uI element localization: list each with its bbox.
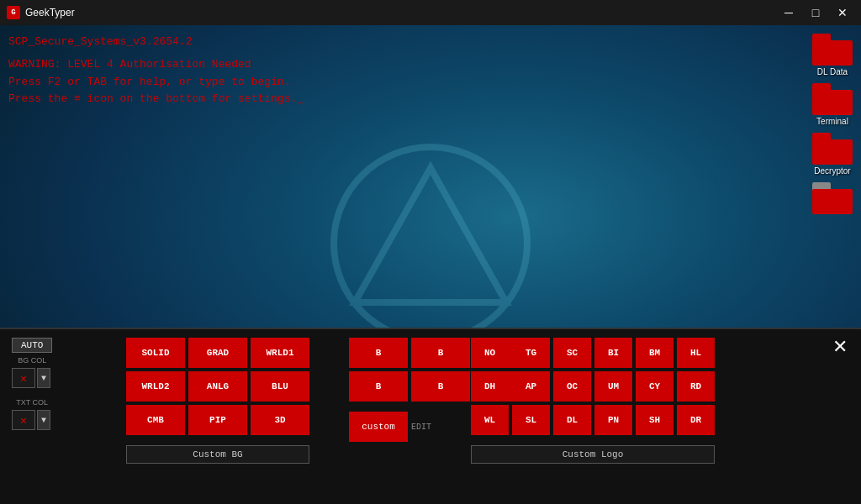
- b-btn-1-1[interactable]: B: [349, 338, 408, 368]
- extra-no[interactable]: NO: [471, 338, 509, 368]
- extra-pn[interactable]: PN: [594, 405, 632, 435]
- desktop-icon-terminal[interactable]: Terminal: [812, 83, 853, 126]
- desktop-icon-partial[interactable]: [812, 182, 853, 214]
- svg-marker-1: [355, 168, 506, 302]
- minimize-button[interactable]: ─: [777, 4, 800, 21]
- terminal-output: SCP_Secure_Systems_v3.2654.2 WARNING: LE…: [8, 34, 304, 108]
- theme-row-3: CMB PIP 3D: [126, 405, 309, 435]
- extra-oc[interactable]: OC: [553, 371, 591, 402]
- terminal-line2: WARNING: LEVEL 4 Authorisation Needed: [8, 56, 304, 74]
- b-btn-1-2[interactable]: B: [411, 338, 470, 368]
- background-logo: [325, 139, 536, 349]
- desktop-icon-dldata-label: DL Data: [817, 67, 848, 76]
- theme-cmb[interactable]: CMB: [126, 405, 185, 435]
- desktop: SCP_Secure_Systems_v3.2654.2 WARNING: LE…: [0, 25, 861, 504]
- desktop-icon-terminal-label: Terminal: [816, 117, 848, 126]
- theme-row-2: WRLD2 ANLG BLU: [126, 371, 309, 402]
- theme-grid: SOLID GRAD WRLD1 WRLD2 ANLG BLU CMB PIP …: [126, 338, 309, 464]
- extra-sl[interactable]: SL: [512, 405, 550, 435]
- extra-bi[interactable]: BI: [594, 338, 632, 368]
- terminal-line4: Press the ≡ icon on the bottom for setti…: [8, 91, 304, 108]
- b-btn-2-2[interactable]: B: [411, 371, 470, 402]
- settings-panel: ✕ AUTO BG COL ✕ ▼ TXT COL ✕ ▼ SOL: [0, 328, 861, 504]
- extra-sc[interactable]: SC: [553, 338, 591, 368]
- titlebar-left: G GeekTyper: [7, 6, 75, 19]
- desktop-icon-dldata[interactable]: DL Data: [812, 34, 853, 76]
- extra-dh[interactable]: DH: [471, 371, 509, 402]
- txt-color-swatch[interactable]: ✕: [12, 410, 35, 430]
- window-controls: ─ □ ✕: [777, 4, 854, 21]
- desktop-icon-decryptor-label: Decryptor: [814, 166, 850, 176]
- custom-logo-button[interactable]: Custom Logo: [471, 445, 715, 464]
- b-btn-2-1[interactable]: B: [349, 371, 408, 402]
- bg-color-picker: ✕ ▼: [12, 368, 52, 388]
- extra-row-2: DH AP OC UM CY RD: [471, 371, 715, 402]
- extra-ap[interactable]: AP: [512, 371, 550, 402]
- txt-color-dropdown[interactable]: ▼: [37, 410, 50, 430]
- color-controls: AUTO BG COL ✕ ▼ TXT COL ✕ ▼: [12, 338, 52, 430]
- theme-solid[interactable]: SOLID: [126, 338, 185, 368]
- extra-dr[interactable]: DR: [677, 405, 715, 435]
- bg-col-label: BG COL: [12, 356, 52, 365]
- theme-blu[interactable]: BLU: [251, 371, 309, 402]
- extra-wl[interactable]: WL: [471, 405, 509, 435]
- maximize-button[interactable]: □: [804, 4, 827, 21]
- extra-row-1: NO TG SC BI BM HL: [471, 338, 715, 368]
- theme-row-1: SOLID GRAD WRLD1: [126, 338, 309, 368]
- theme-grad[interactable]: GRAD: [188, 338, 247, 368]
- extra-dl[interactable]: DL: [553, 405, 591, 435]
- bg-color-dropdown[interactable]: ▼: [37, 368, 50, 388]
- terminal-line3: Press F2 or TAB for help, or type to beg…: [8, 74, 304, 92]
- terminal-line1: SCP_Secure_Systems_v3.2654.2: [8, 34, 304, 51]
- custom-theme-button[interactable]: custom: [349, 412, 408, 442]
- desktop-icon-decryptor[interactable]: Decryptor: [812, 133, 853, 176]
- edit-label: EDIT: [411, 423, 431, 432]
- titlebar: G GeekTyper ─ □ ✕: [0, 0, 861, 25]
- txt-color-picker: ✕ ▼: [12, 410, 52, 430]
- extra-buttons-grid: NO TG SC BI BM HL DH AP OC UM CY RD WL S…: [471, 338, 715, 464]
- extra-cy[interactable]: CY: [636, 371, 673, 402]
- panel-close-button[interactable]: ✕: [832, 338, 848, 356]
- txt-col-label: TXT COL: [12, 398, 52, 407]
- theme-3d[interactable]: 3D: [251, 405, 309, 435]
- app-icon: G: [7, 6, 20, 19]
- extra-hl[interactable]: HL: [677, 338, 715, 368]
- extra-rd[interactable]: RD: [677, 371, 715, 402]
- app-title: GeekTyper: [25, 7, 75, 18]
- bg-color-swatch[interactable]: ✕: [12, 368, 35, 388]
- extra-sh[interactable]: SH: [636, 405, 673, 435]
- theme-anlg[interactable]: ANLG: [188, 371, 247, 402]
- auto-button[interactable]: AUTO: [12, 338, 52, 353]
- theme-pip[interactable]: PIP: [188, 405, 247, 435]
- theme-wrld1[interactable]: WRLD1: [251, 338, 309, 368]
- close-button[interactable]: ✕: [831, 4, 854, 21]
- desktop-icons: DL Data Terminal Decryptor: [812, 34, 853, 214]
- extra-tg[interactable]: TG: [512, 338, 550, 368]
- svg-point-0: [334, 147, 527, 340]
- bg-swatch-icon: ✕: [20, 371, 27, 386]
- extra-um[interactable]: UM: [594, 371, 632, 402]
- extra-bm[interactable]: BM: [636, 338, 673, 368]
- txt-swatch-icon: ✕: [20, 413, 27, 428]
- theme-wrld2[interactable]: WRLD2: [126, 371, 185, 402]
- custom-bg-button[interactable]: Custom BG: [126, 445, 309, 464]
- extra-row-3: WL SL DL PN SH DR: [471, 405, 715, 435]
